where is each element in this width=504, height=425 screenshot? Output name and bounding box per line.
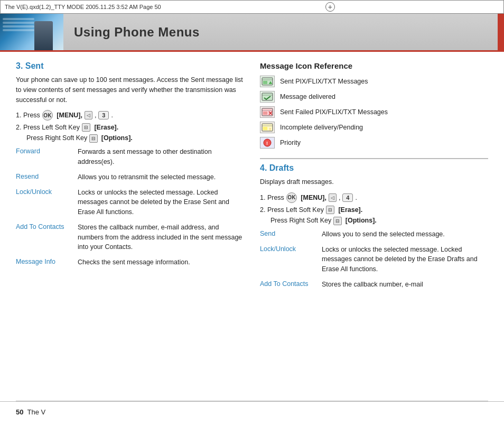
menu-desc-forward: Forwards a sent message to other destina… xyxy=(78,147,244,167)
right-menu-table: Send Allows you to send the selected mes… xyxy=(260,229,488,290)
left-softkey-icon: ⊟ xyxy=(82,123,90,132)
left-intro: Your phone can save up to 100 sent messa… xyxy=(16,75,244,105)
icon-row-failed: Sent Failed PIX/FLIX/TXT Messages xyxy=(260,106,488,118)
key-4: 4 xyxy=(342,193,353,202)
icon-ref-table: Sent PIX/FLIX/TXT Messages Message deliv… xyxy=(260,76,488,149)
icon-row-incomplete: ! Incomplete delivery/Pending xyxy=(260,122,488,133)
header-image xyxy=(0,14,63,50)
svg-rect-3 xyxy=(262,93,273,100)
crosshair-icon xyxy=(325,2,335,12)
left-menu-table: Forward Forwards a sent message to other… xyxy=(16,147,244,267)
right-step2-key: [Erase]. xyxy=(337,206,362,214)
right-menu-row-addcontacts: Add To Contacts Stores the callback numb… xyxy=(260,280,488,290)
icon-sent-pix xyxy=(260,76,275,87)
key-3: 3 xyxy=(98,111,109,119)
menu-row-lockunlock: Lock/Unlock Locks or unlocks the selecte… xyxy=(16,188,244,217)
left-section-title: 3. Sent xyxy=(16,61,244,71)
svg-rect-12 xyxy=(263,127,267,130)
header-figure xyxy=(34,21,53,50)
icon-row-sent-pix: Sent PIX/FLIX/TXT Messages xyxy=(260,76,488,87)
right-menu-desc-send: Allows you to send the selected message. xyxy=(322,229,488,239)
right-menu-desc-lockunlock: Locks or unlocks the selected message. L… xyxy=(322,245,488,274)
right-step3: Press Right Soft Key ⊟ [Options]. xyxy=(260,217,488,225)
icon-row-delivered: Message delivered xyxy=(260,91,488,103)
menu-desc-addcontacts: Stores the callback number, e-mail addre… xyxy=(78,223,244,252)
right-section-title: 4. Drafts xyxy=(260,163,488,173)
left-step3-key: [Options]. xyxy=(99,135,133,142)
left-step2: 2. Press Left Soft Key ⊟ [Erase]. xyxy=(16,123,244,132)
menu-desc-lockunlock: Locks or unlocks the selected message. L… xyxy=(78,188,244,217)
menu-desc-resend: Allows you to retransmit the selected me… xyxy=(78,172,244,182)
right-step1-period: . xyxy=(355,194,357,201)
left-step3-prefix: Press Right Soft Key xyxy=(26,135,87,142)
menu-row-forward: Forward Forwards a sent message to other… xyxy=(16,147,244,167)
ok-key-icon-2: OK xyxy=(286,192,297,203)
right-menu-term-addcontacts: Add To Contacts xyxy=(260,280,315,288)
left-step1-menu: [MENU], xyxy=(55,112,82,119)
main-content: 3. Sent Your phone can save up to 100 se… xyxy=(0,52,504,401)
icon-row-priority: ! Priority xyxy=(260,137,488,149)
delivered-svg xyxy=(262,93,273,101)
incomplete-svg: ! xyxy=(262,123,273,132)
priority-svg: ! xyxy=(262,138,273,147)
right-menu-term-lockunlock: Lock/Unlock xyxy=(260,245,315,253)
right-separator xyxy=(260,158,488,159)
right-softkey-icon: ⊟ xyxy=(89,134,98,143)
right-step1-prefix: 1. Press xyxy=(260,194,284,201)
footer-title: The V xyxy=(23,408,45,416)
menu-term-resend: Resend xyxy=(16,172,71,180)
menu-desc-msginfo: Checks the sent message information. xyxy=(78,257,244,267)
left-step2-key: [Erase]. xyxy=(92,124,118,131)
right-step3-prefix: Press Right Soft Key xyxy=(270,217,331,224)
svg-rect-2 xyxy=(263,81,267,84)
right-menu-row-lockunlock: Lock/Unlock Locks or unlocks the selecte… xyxy=(260,245,488,274)
icon-label-delivered: Message delivered xyxy=(280,93,335,100)
right-column: Message Icon Reference Sent PIX/FLIX/TXT… xyxy=(260,61,488,395)
sent-pix-svg xyxy=(262,77,273,86)
right-step3-key: [Options]. xyxy=(343,217,377,224)
left-step1: 1. Press OK [MENU], ◁ , 3 . xyxy=(16,110,244,121)
icon-label-failed: Sent Failed PIX/FLIX/TXT Messages xyxy=(280,108,388,116)
svg-text:!: ! xyxy=(269,127,270,132)
top-bar-text: The V(E).qxd(1.2)_TTY MODE 2005.11.25 3:… xyxy=(5,4,161,10)
menu-row-addcontacts: Add To Contacts Stores the callback numb… xyxy=(16,223,244,252)
right-step2-prefix: 2. Press Left Soft Key xyxy=(260,206,324,214)
left-step3: Press Right Soft Key ⊟ [Options]. xyxy=(16,134,244,143)
header-title-area: Using Phone Menus xyxy=(63,14,498,50)
right-left-softkey-icon: ⊟ xyxy=(326,206,334,214)
left-column: 3. Sent Your phone can save up to 100 se… xyxy=(16,61,244,395)
right-step1-menu: [MENU], xyxy=(299,194,326,201)
failed-svg xyxy=(262,108,273,116)
right-right-softkey-icon: ⊟ xyxy=(333,217,342,225)
icon-label-priority: Priority xyxy=(280,139,301,146)
svg-text:!: ! xyxy=(266,141,268,146)
icon-delivered xyxy=(260,91,275,103)
left-step1-comma: , xyxy=(95,112,96,119)
right-arrow-icon: ◁ xyxy=(329,193,337,202)
menu-row-resend: Resend Allows you to retransmit the sele… xyxy=(16,172,244,182)
right-step1-comma: , xyxy=(339,194,340,201)
menu-term-forward: Forward xyxy=(16,147,71,155)
icon-failed xyxy=(260,106,275,118)
right-step1: 1. Press OK [MENU], ◁ , 4 . xyxy=(260,192,488,203)
icon-ref-title: Message Icon Reference xyxy=(260,61,488,70)
menu-term-msginfo: Message Info xyxy=(16,257,71,265)
header-image-decoration xyxy=(3,18,34,33)
icon-label-incomplete: Incomplete delivery/Pending xyxy=(280,124,363,131)
icon-priority: ! xyxy=(260,137,275,149)
right-intro: Displays draft messages. xyxy=(260,177,488,187)
header-title: Using Phone Menus xyxy=(74,25,200,40)
left-step1-prefix: 1. Press xyxy=(16,112,40,119)
footer: 50 The V xyxy=(0,401,504,422)
left-arrow-icon: ◁ xyxy=(85,111,92,119)
header-accent xyxy=(498,14,504,50)
crosshair-container xyxy=(325,2,335,12)
right-menu-term-send: Send xyxy=(260,229,315,237)
menu-term-addcontacts: Add To Contacts xyxy=(16,223,71,230)
svg-rect-7 xyxy=(263,112,267,115)
top-bar: The V(E).qxd(1.2)_TTY MODE 2005.11.25 3:… xyxy=(0,0,504,14)
right-step2: 2. Press Left Soft Key ⊟ [Erase]. xyxy=(260,206,488,214)
right-menu-row-send: Send Allows you to send the selected mes… xyxy=(260,229,488,239)
left-step2-prefix: 2. Press Left Soft Key xyxy=(16,124,80,131)
ok-key-icon: OK xyxy=(42,110,53,121)
